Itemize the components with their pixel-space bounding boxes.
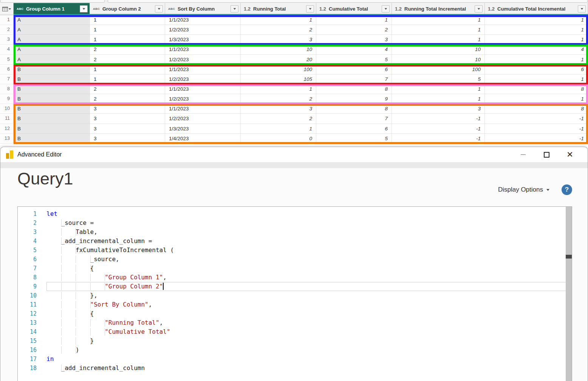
cell[interactable]: 1/2/2023 [165, 114, 241, 124]
cell[interactable]: 5 [316, 134, 392, 144]
cell[interactable]: 2 [241, 94, 316, 104]
cell[interactable]: -1 [485, 134, 588, 144]
display-options-button[interactable]: Display Options [498, 185, 549, 195]
help-button[interactable]: ? [562, 184, 572, 195]
cell[interactable]: 3 [90, 134, 165, 144]
cell[interactable]: 6 [316, 65, 392, 74]
cell[interactable]: 8 [316, 84, 392, 94]
cell[interactable]: 2 [241, 114, 316, 124]
column-header-running-total[interactable]: 1.2Running Total [241, 3, 316, 15]
cell[interactable]: -1 [485, 114, 588, 124]
cell[interactable]: B [14, 134, 90, 144]
cell[interactable]: 20 [241, 55, 316, 65]
scrollbar-thumb[interactable] [566, 255, 572, 259]
minimize-button[interactable] [511, 148, 535, 161]
close-button[interactable]: ✕ [558, 148, 582, 161]
row-number[interactable]: 9 [0, 94, 14, 104]
cell[interactable]: 100 [241, 65, 316, 74]
row-number[interactable]: 10 [0, 104, 14, 114]
cell[interactable]: 4 [316, 45, 392, 54]
cell[interactable]: 1 [90, 25, 165, 35]
cell[interactable]: 1/1/2023 [165, 15, 241, 25]
cell[interactable]: 100 [392, 65, 485, 74]
select-all-corner[interactable] [0, 3, 14, 15]
cell[interactable]: 2 [90, 45, 165, 54]
cell[interactable]: 2 [90, 55, 165, 65]
cell[interactable]: 1 [485, 15, 588, 25]
cell[interactable]: 1/2/2023 [165, 55, 241, 65]
row-number[interactable]: 12 [0, 124, 14, 134]
row-number[interactable]: 6 [0, 65, 14, 74]
cell[interactable]: -1 [392, 124, 485, 134]
cell[interactable]: 2 [241, 25, 316, 35]
cell[interactable]: 3 [90, 114, 165, 124]
column-header-running-total-incremental[interactable]: 1.2Running Total Incremental [392, 3, 485, 15]
cell[interactable]: -1 [392, 114, 485, 124]
maximize-button[interactable] [535, 148, 558, 161]
cell[interactable]: 1/2/2023 [165, 25, 241, 35]
cell[interactable]: 1 [241, 124, 316, 134]
cell[interactable]: 7 [316, 74, 392, 84]
cell[interactable]: 1 [392, 94, 485, 104]
cell[interactable]: 1/2/2023 [165, 94, 241, 104]
cell[interactable]: 1 [392, 15, 485, 25]
cell[interactable]: A [14, 35, 90, 45]
cell[interactable]: 1 [485, 25, 588, 35]
cell[interactable]: 10 [392, 55, 485, 65]
cell[interactable]: 2 [316, 25, 392, 35]
cell[interactable]: 3 [241, 35, 316, 45]
cell[interactable]: B [14, 65, 90, 74]
row-number[interactable]: 11 [0, 114, 14, 124]
filter-dropdown-button[interactable] [155, 5, 163, 12]
cell[interactable]: 5 [392, 74, 485, 84]
column-header-sort-by-column[interactable]: ABCSort By Column [165, 3, 241, 15]
code-editor[interactable]: 1let2_source =3Table,4_add_incremental_c… [17, 206, 572, 381]
row-number[interactable]: 4 [0, 45, 14, 54]
cell[interactable]: 1 [90, 15, 165, 25]
cell[interactable]: A [14, 15, 90, 25]
cell[interactable]: 8 [485, 84, 588, 94]
filter-dropdown-button[interactable] [475, 5, 483, 12]
cell[interactable]: 1/1/2023 [165, 84, 241, 94]
filter-dropdown-button[interactable] [231, 5, 238, 12]
cell[interactable]: 3 [241, 104, 316, 114]
column-header-cumulative-total-incremental[interactable]: 1.2Cumulative Total Incremental [485, 3, 588, 15]
cell[interactable]: 0 [241, 134, 316, 144]
cell[interactable]: 10 [241, 45, 316, 54]
row-number[interactable]: 3 [0, 35, 14, 45]
cell[interactable]: 1/3/2023 [165, 35, 241, 45]
cell[interactable]: 1/1/2023 [165, 45, 241, 54]
cell[interactable]: 1 [485, 35, 588, 45]
filter-dropdown-button[interactable] [306, 5, 314, 12]
cell[interactable]: 1/1/2023 [165, 104, 241, 114]
cell[interactable]: 2 [90, 94, 165, 104]
cell[interactable]: B [14, 104, 90, 114]
cell[interactable]: 105 [241, 74, 316, 84]
filter-dropdown-button[interactable] [382, 5, 390, 12]
cell[interactable]: 1 [485, 74, 588, 84]
column-header-cumulative-total[interactable]: 1.2Cumulative Total [316, 3, 392, 15]
cell[interactable]: 3 [392, 104, 485, 114]
cell[interactable]: 1 [241, 15, 316, 25]
cell[interactable]: 1 [392, 84, 485, 94]
vertical-scrollbar[interactable] [566, 207, 572, 381]
cell[interactable]: 1/4/2023 [165, 134, 241, 144]
cell[interactable]: A [14, 45, 90, 54]
cell[interactable]: 9 [316, 94, 392, 104]
cell[interactable]: 2 [90, 84, 165, 94]
cell[interactable]: 6 [316, 124, 392, 134]
cell[interactable]: 1 [485, 55, 588, 65]
cell[interactable]: 1/1/2023 [165, 65, 241, 74]
cell[interactable]: B [14, 124, 90, 134]
cell[interactable]: 1 [392, 25, 485, 35]
row-number[interactable]: 1 [0, 15, 14, 25]
cell[interactable]: 10 [392, 45, 485, 54]
cell[interactable]: 4 [485, 45, 588, 54]
row-number[interactable]: 5 [0, 55, 14, 65]
filter-dropdown-button[interactable] [80, 5, 88, 12]
cell[interactable]: 1 [90, 65, 165, 74]
filter-dropdown-button[interactable] [578, 5, 586, 12]
cell[interactable]: 1 [316, 15, 392, 25]
row-number[interactable]: 2 [0, 25, 14, 35]
cell[interactable]: 7 [316, 114, 392, 124]
